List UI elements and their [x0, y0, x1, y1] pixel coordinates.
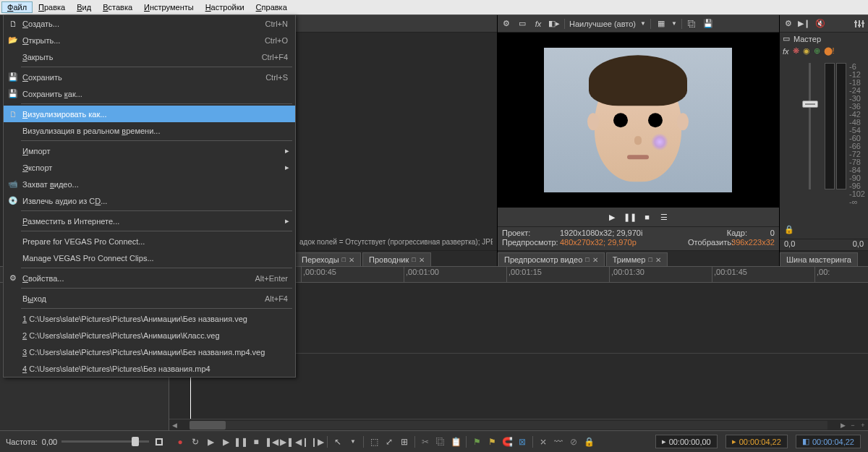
selection-tool-icon[interactable]: ⬚ — [367, 435, 380, 448]
menu-item[interactable]: ВыходAlt+F4 — [4, 290, 295, 307]
go-start-button[interactable]: ❚◀ — [265, 435, 278, 448]
record-button[interactable]: ● — [174, 435, 187, 448]
copy-icon[interactable]: ⿻ — [434, 435, 447, 448]
menu-вставка[interactable]: Вставка — [97, 1, 138, 13]
snapshot-save-icon[interactable]: 💾 — [702, 18, 714, 30]
envelope-tool-icon[interactable]: ⤢ — [383, 435, 396, 448]
tool-dropdown-icon[interactable]: ▼ — [346, 435, 359, 448]
menu-вид[interactable]: Вид — [71, 1, 97, 13]
rate-reset-icon[interactable]: 🞐 — [153, 438, 163, 446]
tab-mastering-bus[interactable]: Шина мастеринга — [780, 252, 858, 266]
menu-item[interactable]: Разместить в Интернете...▸ — [4, 213, 295, 229]
insert-bus-icon[interactable]: ▶❙ — [799, 18, 810, 30]
stop-button[interactable]: ■ — [250, 435, 263, 448]
menu-настройки[interactable]: Настройки — [200, 1, 250, 13]
close-icon[interactable]: ✕ — [655, 256, 661, 264]
zoom-in-icon[interactable]: + — [858, 422, 868, 429]
output-icon[interactable]: ⬤! — [824, 46, 835, 56]
automation-icon[interactable]: 〰 — [552, 435, 565, 448]
menu-item[interactable]: 💿Извлечь аудио из CD... — [4, 192, 295, 209]
fx-icon[interactable]: fx — [532, 18, 544, 30]
menu-item[interactable]: Prepare for VEGAS Pro Connect... — [4, 233, 295, 250]
tab-предпросмотр-видео[interactable]: Предпросмотр видео □ ✕ — [498, 252, 605, 266]
timeline-scrollbar[interactable]: ◀ ▶ − + — [169, 419, 868, 430]
menu-item[interactable]: ⚙Свойства...Alt+Enter — [4, 270, 295, 286]
prev-frame-button[interactable]: ◀❙ — [295, 435, 308, 448]
snapshot-copy-icon[interactable]: ⿻ — [686, 18, 698, 30]
lock-icon[interactable]: 🔒 — [784, 225, 794, 234]
menu-инструменты[interactable]: Инструменты — [138, 1, 200, 13]
automation-icon[interactable]: ❋ — [793, 46, 799, 56]
external-monitor-icon[interactable]: ▭ — [516, 18, 528, 30]
ignore-event-icon[interactable]: ⊘ — [567, 435, 580, 448]
fader-thumb[interactable] — [802, 101, 818, 108]
menu-item[interactable]: 4 C:\Users\slate\Pictures\Pictures\Без н… — [4, 360, 295, 377]
normal-tool-button[interactable]: ↖ — [331, 435, 344, 448]
crossfade-icon[interactable]: ⤫ — [537, 435, 550, 448]
menu-button[interactable]: ☰ — [658, 213, 670, 222]
menu-item[interactable]: Экспорт▸ — [4, 159, 295, 176]
rate-slider[interactable] — [61, 440, 149, 443]
menu-item[interactable]: 🗋Создать...Ctrl+N — [4, 15, 295, 32]
scroll-right-icon[interactable]: ▶ — [838, 422, 848, 429]
tab-переходы[interactable]: Переходы □ ✕ — [295, 252, 361, 266]
chevron-down-icon[interactable]: ▼ — [671, 20, 677, 27]
menu-item[interactable]: 🗋Визуализировать как... — [4, 106, 295, 122]
menu-item[interactable]: Импорт▸ — [4, 142, 295, 159]
menu-справка[interactable]: Справка — [250, 1, 293, 13]
mixer-icon[interactable] — [854, 18, 865, 30]
menu-item[interactable]: 💾СохранитьCtrl+S — [4, 69, 295, 85]
scroll-left-icon[interactable]: ◀ — [169, 422, 179, 429]
menu-item[interactable]: Визуализация в реальном времени... — [4, 122, 295, 139]
cut-icon[interactable]: ✂ — [419, 435, 432, 448]
stop-button[interactable]: ■ — [641, 213, 652, 221]
close-icon[interactable]: ✕ — [349, 256, 354, 264]
downmix-icon[interactable]: ⊕ — [814, 46, 820, 56]
menu-файл[interactable]: Файл — [1, 1, 33, 13]
menu-item[interactable]: 1 C:\Users\slate\Pictures\Pictures\Анима… — [4, 310, 295, 327]
close-icon[interactable]: ✕ — [592, 256, 598, 264]
next-frame-button[interactable]: ❙▶ — [310, 435, 323, 448]
selection-end[interactable]: ◧00:00:04,22 — [796, 435, 861, 448]
menu-item[interactable]: ЗакрытьCtrl+F4 — [4, 48, 295, 65]
menu-item[interactable]: 2 C:\Users\slate\Pictures\Pictures\Анима… — [4, 327, 295, 344]
go-end-button[interactable]: ▶❚ — [280, 435, 293, 448]
preview-quality-dropdown[interactable]: Наилучшее (авто) — [569, 20, 636, 28]
play-button[interactable]: ▶ — [219, 435, 232, 448]
menu-item[interactable]: 3 C:\Users\slate\Pictures\Pictures\Анима… — [4, 344, 295, 360]
undock-icon[interactable]: □ — [342, 256, 346, 263]
paste-icon[interactable]: 📋 — [449, 435, 462, 448]
undock-icon[interactable]: □ — [412, 256, 415, 263]
gear-icon[interactable]: ⚙ — [783, 18, 794, 30]
selection-start[interactable]: ▸00:00:04,22 — [726, 435, 788, 448]
chevron-down-icon[interactable]: ▼ — [640, 20, 646, 27]
tab-проводник[interactable]: Проводник □ ✕ — [362, 252, 431, 266]
pause-button[interactable]: ❚❚ — [624, 213, 635, 222]
menu-item[interactable]: Manage VEGAS Pro Connect Clips... — [4, 250, 295, 266]
tab-триммер[interactable]: Триммер □ ✕ — [606, 252, 668, 266]
snap-icon[interactable]: 🧲 — [501, 435, 514, 448]
mute-icon[interactable]: 🔇 — [814, 18, 826, 30]
play-start-button[interactable]: ▶ — [204, 435, 217, 448]
pause-button[interactable]: ❚❚ — [234, 435, 247, 448]
menu-item[interactable]: 💾Сохранить как... — [4, 85, 295, 102]
quantize-icon[interactable]: ⊠ — [516, 435, 529, 448]
undock-icon[interactable]: □ — [585, 256, 589, 263]
marker-icon[interactable]: ⚑ — [470, 435, 483, 448]
fx-icon[interactable]: fx — [783, 47, 789, 56]
close-icon[interactable]: ✕ — [419, 256, 425, 264]
rate-thumb[interactable] — [132, 437, 139, 446]
menu-item[interactable]: 📂Открыть...Ctrl+O — [4, 32, 295, 48]
split-screen-icon[interactable]: ◧▸ — [548, 18, 560, 30]
grid-icon[interactable]: ▦ — [655, 18, 667, 30]
cursor-position[interactable]: ▸00:00:00,00 — [655, 435, 718, 448]
auto-ripple-icon[interactable]: ⊞ — [398, 435, 411, 448]
dim-icon[interactable]: ◉ — [803, 46, 810, 56]
lock-envelopes-icon[interactable]: 🔒 — [582, 435, 595, 448]
scrollbar-thumb[interactable] — [190, 421, 226, 430]
zoom-out-icon[interactable]: − — [848, 422, 858, 429]
menu-правка[interactable]: Правка — [33, 1, 71, 13]
play-button[interactable]: ▶ — [606, 213, 618, 222]
region-icon[interactable]: ⚑ — [485, 435, 498, 448]
undock-icon[interactable]: □ — [648, 256, 652, 263]
